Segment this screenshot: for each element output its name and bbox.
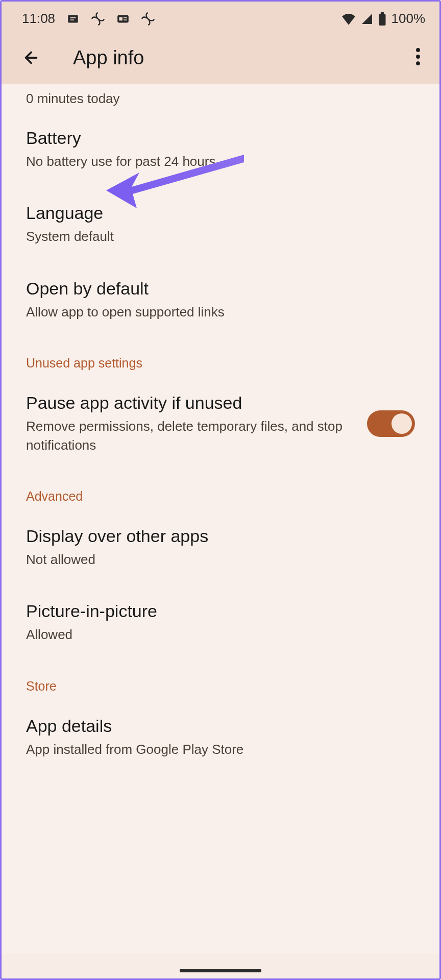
screen-time-sub: 0 minutes today [2,84,439,111]
page-title: App info [73,47,411,69]
content: 0 minutes today Battery No battery use f… [2,84,439,953]
svg-rect-0 [68,15,78,22]
pause-title: Pause app activity if unused [26,393,355,413]
app-details-title: App details [26,716,415,736]
open-default-title: Open by default [26,279,415,299]
pip-item[interactable]: Picture-in-picture Allowed [2,584,439,659]
toggle-knob [391,413,412,434]
pip-sub: Allowed [26,625,415,644]
unused-section-header: Unused app settings [2,336,439,376]
svg-rect-7 [379,14,385,26]
svg-rect-8 [380,12,384,14]
open-default-item[interactable]: Open by default Allow app to open suppor… [2,261,439,336]
status-time: 11:08 [22,11,55,27]
pause-sub: Remove permissions, delete temporary fil… [26,417,355,454]
fan-icon [91,12,105,26]
display-over-sub: Not allowed [26,550,415,569]
advanced-section-header: Advanced [2,470,439,509]
messages-icon [66,12,80,26]
battery-sub: No battery use for past 24 hours [26,152,415,170]
status-bar: 11:08 100% [2,2,439,34]
display-over-item[interactable]: Display over other apps Not allowed [2,509,439,584]
svg-point-10 [416,55,420,59]
app-header: App info [2,34,439,84]
wifi-icon [341,13,356,25]
battery-icon [378,12,386,26]
pause-toggle[interactable] [367,410,415,437]
open-default-sub: Allow app to open supported links [26,303,415,321]
language-title: Language [26,203,415,223]
pause-activity-item[interactable]: Pause app activity if unused Remove perm… [2,376,439,470]
news-icon [116,12,130,26]
store-section-header: Store [2,659,439,699]
svg-point-11 [416,61,420,65]
more-button[interactable] [411,46,425,69]
language-sub: System default [26,227,415,246]
battery-item[interactable]: Battery No battery use for past 24 hours [2,111,439,186]
svg-point-9 [416,48,420,52]
svg-rect-4 [119,17,122,20]
language-item[interactable]: Language System default [2,186,439,261]
battery-percent: 100% [391,11,426,27]
app-details-sub: App installed from Google Play Store [26,740,415,758]
battery-title: Battery [26,128,415,148]
app-details-item[interactable]: App details App installed from Google Pl… [2,699,439,774]
nav-handle[interactable] [180,969,261,972]
display-over-title: Display over other apps [26,526,415,546]
signal-icon [361,13,373,25]
pip-title: Picture-in-picture [26,601,415,621]
fan-icon-2 [141,12,155,26]
back-button[interactable] [22,48,40,67]
